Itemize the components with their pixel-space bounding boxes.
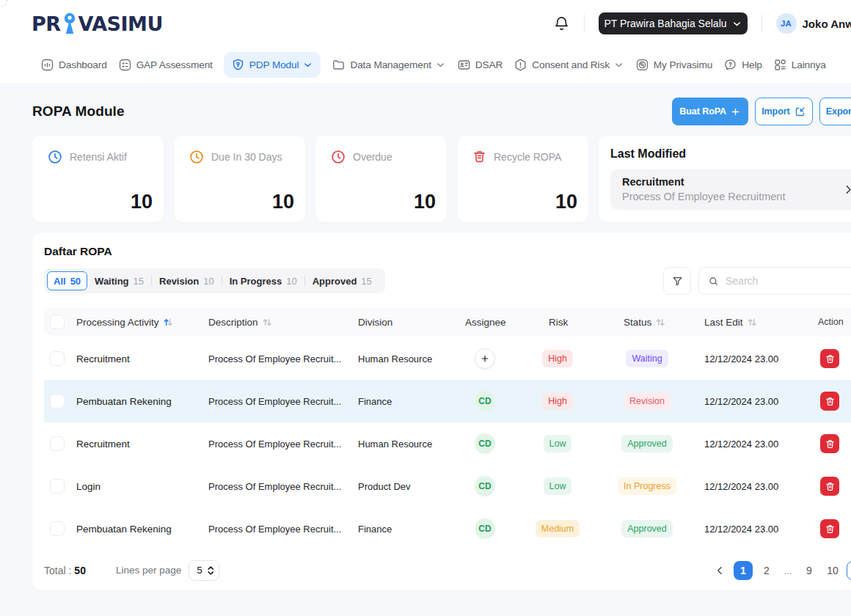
assignee-badge[interactable]: CD [475, 391, 495, 411]
column-division[interactable]: Division [358, 317, 465, 328]
row-checkbox[interactable] [50, 521, 65, 536]
page-2-button[interactable]: 2 [757, 561, 776, 580]
delete-button[interactable] [820, 349, 839, 368]
table-body: Recruitment Process Of Employee Recruit.… [44, 337, 851, 550]
sort-icon[interactable] [655, 317, 665, 328]
nav-pdp-modul[interactable]: PDP Modul [224, 52, 321, 78]
create-ropa-button[interactable]: Buat RoPA [672, 98, 748, 125]
assignee-badge[interactable]: CD [475, 433, 495, 454]
tab-waiting[interactable]: Waiting 15 [87, 276, 151, 287]
nav-dashboard[interactable]: Dashboard [40, 58, 107, 72]
nav-dsar[interactable]: DSAR [457, 58, 503, 72]
trash-icon [825, 481, 836, 492]
table-row[interactable]: Pembuatan Rekening Process Of Employee R… [44, 380, 851, 422]
stat-card-retensi-aktif[interactable]: Retensi Aktif 10 [32, 136, 164, 222]
column-assignee[interactable]: Assignee [465, 317, 549, 328]
table-row[interactable]: Recruitment Process Of Employee Recruit.… [44, 337, 851, 380]
notifications-button[interactable] [552, 15, 570, 32]
risk-badge: High [542, 392, 573, 410]
stat-card-overdue[interactable]: Overdue 10 [315, 136, 447, 222]
stat-card-recycle-ropa[interactable]: Recycle ROPA 10 [457, 136, 588, 222]
row-checkbox[interactable] [50, 394, 65, 408]
row-checkbox[interactable] [50, 436, 65, 451]
sort-icon[interactable] [163, 317, 173, 328]
assignee-badge[interactable]: CD [475, 518, 495, 539]
tab-waiting-count: 15 [134, 276, 144, 287]
page-1-button[interactable]: 1 [734, 561, 753, 580]
search-input[interactable] [726, 275, 851, 287]
page-10-button[interactable]: 10 [823, 561, 842, 580]
nav-help[interactable]: Help [723, 58, 762, 72]
search-box [698, 267, 851, 295]
tab-revision[interactable]: Revision 10 [152, 276, 222, 287]
cell-division: Finance [358, 396, 465, 407]
chevron-right-icon[interactable] [842, 183, 851, 196]
cell-activity: Pembuatan Rekening [76, 524, 208, 535]
column-last-edit[interactable]: Last Edit [704, 317, 818, 328]
nav-gap-assessment[interactable]: GAP Assessment [118, 58, 213, 72]
column-processing-activity[interactable]: Processing Activity [76, 317, 208, 328]
tab-revision-label: Revision [159, 276, 199, 287]
tab-in-progress-label: In Progress [230, 276, 282, 287]
sort-icon[interactable] [747, 317, 757, 328]
row-checkbox[interactable] [50, 479, 65, 494]
sort-icon[interactable] [262, 317, 272, 328]
column-label: Division [358, 317, 392, 328]
status-badge: Revision [624, 392, 671, 410]
nav-dashboard-label: Dashboard [59, 59, 107, 70]
column-label: Action [818, 317, 844, 327]
table-row[interactable]: Recruitment Process Of Employee Recruit.… [44, 422, 851, 465]
create-ropa-label: Buat RoPA [679, 106, 726, 117]
delete-button[interactable] [820, 477, 839, 496]
cell-activity: Login [76, 481, 208, 492]
company-selector[interactable]: PT Prawira Bahagia Selalu [599, 12, 747, 34]
nav-consent-risk[interactable]: Consent and Risk [514, 58, 624, 72]
import-icon [794, 106, 806, 118]
tab-approved[interactable]: Approved 15 [305, 276, 379, 287]
export-button[interactable]: Export [819, 98, 851, 125]
nav-lainnya[interactable]: Lainnya [773, 58, 826, 72]
delete-button[interactable] [820, 392, 839, 411]
cell-last-edit: 12/12/2024 23.00 [704, 524, 818, 535]
add-assignee-button[interactable] [475, 348, 495, 369]
stat-label: Overdue [353, 151, 392, 163]
chevron-down-icon [302, 59, 313, 70]
filters-row: All 50 Waiting 15 Revision 10 In Progres [44, 267, 851, 295]
row-checkbox[interactable] [50, 351, 65, 366]
clock-icon [47, 149, 63, 165]
tab-in-progress[interactable]: In Progress 10 [222, 276, 304, 287]
assignee-badge[interactable]: CD [475, 476, 495, 496]
filter-button[interactable] [663, 267, 691, 295]
lines-per-page-value: 5 [197, 565, 202, 576]
next-page-button[interactable] [847, 561, 851, 580]
nav-gap-assessment-label: GAP Assessment [136, 59, 213, 70]
nav-my-privasimu[interactable]: My Privasimu [635, 58, 712, 72]
logo[interactable]: PR VASIMU [32, 12, 163, 34]
last-modified-item[interactable]: Recruitment Process Of Employee Recruitm… [610, 169, 851, 210]
column-action: Action [818, 317, 851, 327]
cell-activity: Recruitment [76, 439, 208, 450]
tab-all[interactable]: All 50 [47, 271, 87, 290]
clock-icon [330, 149, 346, 165]
filters-right [663, 267, 851, 295]
table-row[interactable]: Pembuatan Rekening Process Of Employee R… [44, 507, 851, 550]
keyhole-icon [62, 12, 78, 34]
delete-button[interactable] [820, 519, 839, 538]
nav-data-management[interactable]: Data Management [332, 58, 445, 72]
table-row[interactable]: Login Process Of Employee Recruit... Pro… [44, 465, 851, 507]
status-tabs: All 50 Waiting 15 Revision 10 In Progres [44, 268, 385, 293]
stat-card-due-30-days[interactable]: Due In 30 Days 10 [174, 136, 305, 222]
import-button[interactable]: Import [755, 98, 813, 125]
column-status[interactable]: Status [624, 317, 704, 328]
search-icon [708, 275, 719, 287]
lines-per-page-select[interactable]: 5 [189, 560, 219, 581]
last-modified-desc: Process Of Employee Recruitment [622, 191, 785, 202]
page-9-button[interactable]: 9 [800, 561, 819, 580]
avatar[interactable]: JA [776, 13, 797, 34]
logo-text-post: VASIMU [78, 14, 163, 34]
column-description[interactable]: Description [208, 317, 358, 328]
delete-button[interactable] [820, 434, 839, 453]
column-risk[interactable]: Risk [549, 317, 624, 328]
select-all-checkbox[interactable] [50, 315, 65, 329]
prev-page-button[interactable] [710, 561, 729, 580]
